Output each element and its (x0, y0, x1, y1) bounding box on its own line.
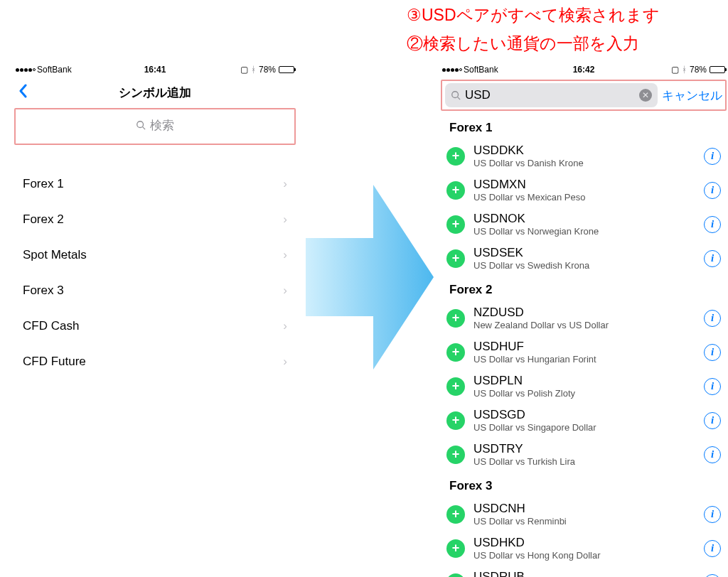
svg-point-3 (452, 92, 459, 98)
status-bar: SoftBank 16:42 ▢ ᚼ 78% (439, 63, 728, 77)
symbol-description: US Dollar vs Norwegian Krone (473, 226, 695, 237)
search-icon (451, 90, 461, 100)
search-input[interactable] (465, 88, 635, 102)
cancel-button[interactable]: キャンセル (662, 87, 722, 104)
symbol-text: USDMXNUS Dollar vs Mexican Peso (473, 178, 695, 203)
symbol-description: US Dollar vs Renminbi (473, 516, 695, 527)
battery-icon (279, 66, 294, 73)
add-symbol-button[interactable]: + (446, 343, 465, 362)
symbol-text: USDHUFUS Dollar vs Hungarian Forint (473, 340, 695, 365)
symbol-description: US Dollar vs Mexican Peso (473, 192, 695, 203)
info-button[interactable]: i (704, 216, 721, 233)
search-placeholder-text: 検索 (150, 117, 174, 134)
back-button[interactable] (18, 84, 27, 98)
category-label: Forex 2 (23, 212, 64, 227)
symbol-description: New Zealand Dollar vs US Dollar (473, 320, 695, 331)
add-symbol-button[interactable]: + (446, 539, 465, 558)
page-title: シンボル追加 (119, 85, 191, 101)
symbol-text: NZDUSDNew Zealand Dollar vs US Dollar (473, 306, 695, 331)
info-button[interactable]: i (704, 446, 721, 463)
category-label: CFD Cash (23, 319, 79, 333)
add-symbol-button[interactable]: + (446, 377, 465, 396)
chevron-right-icon: › (283, 319, 287, 333)
symbol-description: US Dollar vs Hong Kong Dollar (473, 550, 695, 561)
info-button[interactable]: i (704, 506, 721, 523)
info-button[interactable]: i (704, 540, 721, 557)
chevron-right-icon: › (283, 177, 287, 191)
info-button[interactable]: i (704, 412, 721, 429)
add-symbol-button[interactable]: + (446, 505, 465, 524)
clock: 16:41 (144, 65, 166, 75)
svg-line-1 (143, 127, 146, 130)
symbol-row: +NZDUSDNew Zealand Dollar vs US Dollari (439, 301, 728, 335)
symbol-row: +USDRUBUS Dollar vs Ruboli (439, 566, 728, 577)
phone-screen-right: SoftBank 16:42 ▢ ᚼ 78% ✕ キャンセル Forex 1+U… (439, 63, 728, 577)
airplay-icon: ▢ (671, 65, 679, 75)
symbol-description: US Dollar vs Singapore Dollar (473, 422, 695, 433)
carrier-label: SoftBank (37, 65, 72, 75)
symbol-description: US Dollar vs Polish Zloty (473, 388, 695, 399)
carrier-label: SoftBank (464, 65, 498, 75)
add-symbol-button[interactable]: + (446, 411, 465, 430)
add-symbol-button[interactable]: + (446, 249, 465, 268)
battery-icon (710, 66, 725, 73)
symbol-description: US Dollar vs Turkish Lira (473, 456, 695, 468)
svg-line-4 (458, 97, 461, 100)
symbol-text: USDRUBUS Dollar vs Rubol (473, 570, 695, 577)
symbol-row: +USDTRYUS Dollar vs Turkish Lirai (439, 438, 728, 472)
symbol-row: +USDHUFUS Dollar vs Hungarian Forinti (439, 335, 728, 370)
symbol-name: USDHKD (473, 536, 695, 550)
info-button[interactable]: i (704, 182, 721, 199)
category-row[interactable]: Forex 3› (13, 273, 297, 308)
symbol-row: +USDPLNUS Dollar vs Polish Zlotyi (439, 370, 728, 404)
svg-marker-2 (306, 185, 434, 370)
airplay-icon: ▢ (240, 65, 248, 75)
category-row[interactable]: Forex 2› (13, 202, 297, 237)
symbol-text: USDHKDUS Dollar vs Hong Kong Dollar (473, 536, 695, 561)
signal-dots-icon (16, 68, 36, 72)
chevron-right-icon: › (283, 355, 287, 369)
search-field[interactable]: 検索 (136, 117, 174, 134)
category-row[interactable]: Forex 1› (13, 166, 297, 202)
info-button[interactable]: i (704, 250, 721, 267)
info-button[interactable]: i (704, 310, 721, 327)
symbol-description: US Dollar vs Danish Krone (473, 158, 695, 169)
section-header: Forex 3 (439, 472, 728, 497)
info-button[interactable]: i (704, 574, 721, 577)
results-list: Forex 1+USDDKKUS Dollar vs Danish Kronei… (439, 114, 728, 577)
symbol-row: +USDDKKUS Dollar vs Danish Kronei (439, 139, 728, 173)
clear-search-button[interactable]: ✕ (639, 89, 652, 102)
add-symbol-button[interactable]: + (446, 215, 465, 234)
symbol-name: USDTRY (473, 442, 695, 456)
add-symbol-button[interactable]: + (446, 573, 465, 577)
symbol-row: +USDNOKUS Dollar vs Norwegian Kronei (439, 207, 728, 242)
symbol-row: +USDHKDUS Dollar vs Hong Kong Dollari (439, 532, 728, 566)
nav-bar: シンボル追加 (13, 77, 297, 108)
symbol-text: USDDKKUS Dollar vs Danish Krone (473, 144, 695, 169)
search-field[interactable]: ✕ (445, 83, 658, 107)
info-button[interactable]: i (704, 344, 721, 361)
category-label: Forex 3 (23, 284, 64, 298)
battery-percent: 78% (259, 65, 276, 75)
category-row[interactable]: Spot Metals› (13, 237, 297, 273)
section-header: Forex 1 (439, 114, 728, 139)
category-row[interactable]: CFD Future› (13, 344, 297, 379)
info-button[interactable]: i (704, 148, 721, 165)
category-label: Spot Metals (23, 248, 87, 262)
info-button[interactable]: i (704, 378, 721, 395)
search-bar-highlight: ✕ キャンセル (441, 80, 727, 111)
symbol-row: +USDMXNUS Dollar vs Mexican Pesoi (439, 173, 728, 207)
add-symbol-button[interactable]: + (446, 309, 465, 328)
symbol-text: USDNOKUS Dollar vs Norwegian Krone (473, 212, 695, 237)
symbol-row: +USDCNHUS Dollar vs Renminbii (439, 497, 728, 532)
add-symbol-button[interactable]: + (446, 446, 465, 464)
category-row[interactable]: CFD Cash› (13, 308, 297, 344)
annotation-step2: ②検索したい通貨の一部を入力 (407, 33, 639, 55)
add-symbol-button[interactable]: + (446, 181, 465, 200)
symbol-name: USDSGD (473, 408, 695, 422)
add-symbol-button[interactable]: + (446, 147, 465, 166)
search-icon (136, 120, 146, 130)
search-bar-highlight: 検索 (14, 108, 296, 145)
symbol-description: US Dollar vs Hungarian Forint (473, 354, 695, 365)
symbol-text: USDPLNUS Dollar vs Polish Zloty (473, 374, 695, 399)
